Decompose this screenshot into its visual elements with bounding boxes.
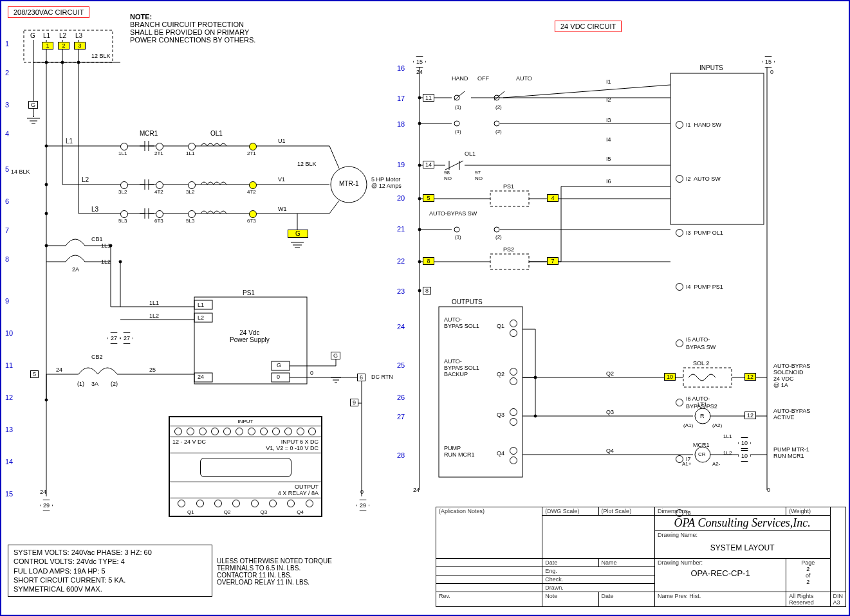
sol2-label: SOL 2 [693, 360, 709, 367]
inputs-list: I1 HAND SW I2 AUTO SW I3 PUMP OL1 I4 PUM… [676, 80, 723, 540]
row-23: 23 [397, 287, 405, 295]
sw17-1: (1) [455, 104, 461, 110]
row-7: 7 [5, 226, 9, 234]
ac-circuit-label: 208/230VAC CIRCUIT [8, 6, 89, 18]
term-o3 [188, 210, 196, 218]
out-q1: Q1 [497, 323, 504, 329]
sw21-1: (1) [455, 234, 461, 240]
ytag-7: 7 [547, 257, 559, 265]
svg-line-81 [503, 85, 670, 98]
inputs-header: INPUTS [699, 64, 723, 71]
term-o1 [188, 143, 196, 150]
t98: 98 NO [444, 170, 452, 181]
svg-point-18 [45, 212, 48, 215]
row-26: 26 [397, 394, 405, 401]
phase-g: G [30, 32, 35, 39]
row-17: 17 [397, 95, 405, 102]
phase-tag-1: 1 [42, 42, 53, 50]
wire-i6: I6 [606, 178, 611, 185]
t97: 97 NO [475, 170, 483, 181]
sw17-2: (2) [495, 104, 502, 110]
wire-12blk-m: 12 BLK [297, 161, 317, 167]
lt1-a1: (A1) [683, 422, 693, 428]
term-6t3 [156, 210, 163, 218]
row-1: 1 [5, 40, 9, 48]
wire-i1: I1 [606, 78, 611, 85]
out-q4-name: PUMP RUN MCR1 [444, 445, 475, 458]
plc-indesc: INPUT 6 X DC V1, V2 = 0 -10 V DC [266, 439, 319, 451]
wire-i2: I2 [606, 96, 611, 103]
svg-line-36 [329, 146, 339, 168]
ytag-8: 8 [423, 257, 434, 265]
wire-i5: I5 [606, 156, 611, 162]
row-19: 19 [397, 161, 405, 168]
row-28: 28 [397, 451, 405, 459]
row-10: 10 [5, 329, 13, 337]
term-3l2 [120, 181, 128, 189]
wire-i3: I3 [606, 117, 611, 123]
line-l1: L1 [66, 138, 73, 145]
svg-rect-95 [490, 191, 529, 206]
outputs-header: OUTPUTS [452, 298, 483, 305]
phase-l2: L2 [59, 32, 66, 39]
wire-i4: I4 [606, 136, 611, 143]
svg-point-100 [494, 227, 499, 232]
cr-label: CR [698, 451, 706, 457]
ps1-desc: 24 Vdc Power Supply [230, 329, 270, 343]
row-8: 8 [5, 255, 9, 263]
ytag-4: 4 [547, 194, 559, 202]
row-16: 16 [397, 64, 405, 72]
phase-tag-2: 2 [58, 42, 69, 50]
cb2-n2: (2) [111, 381, 118, 387]
out-q2-name: AUTO- BYPAS SOL1 BACKUP [444, 358, 479, 377]
w24-bot: 24 [40, 489, 46, 495]
sw18-2: (2) [495, 129, 502, 134]
plc-module: INPUT 12 - 24 V DC INPUT 6 X DC V1, V2 =… [169, 416, 322, 517]
row-4: 4 [5, 130, 9, 138]
lbl-3l2: 3L2 [118, 189, 127, 195]
ps1-0: 0 [277, 374, 280, 380]
row-25: 25 [397, 361, 405, 369]
cb1-amps: 2A [72, 266, 79, 273]
row-22: 22 [397, 257, 405, 265]
lbl-5l3b: 5L3 [186, 218, 194, 224]
motor-label: MTR-1 [339, 180, 359, 187]
a2m: A2- [712, 461, 720, 467]
motor-desc: 5 HP Motor @ 12 Amps [371, 176, 402, 189]
lbl-6t3: 6T3 [247, 218, 256, 224]
tag-5: 5 [30, 370, 39, 378]
dc-bot-24: 24 [413, 487, 420, 493]
svg-point-87 [454, 121, 459, 126]
mcr1-coil: MCR1 [693, 442, 710, 448]
tag-8: 8 [423, 287, 431, 294]
ps1-label: PS1 [243, 289, 255, 296]
out-q1-name: AUTO- BYPAS SOL1 [444, 316, 479, 329]
row-9: 9 [5, 297, 9, 305]
ps1-ext-g: G [331, 352, 340, 359]
svg-point-49 [119, 260, 122, 263]
drawing-page: 208/230VAC CIRCUIT 24 VDC CIRCUIT NOTE:B… [0, 0, 850, 616]
tag-6: 6 [357, 374, 365, 381]
dc-24: 24 [416, 69, 423, 75]
out-q3: Q3 [497, 412, 504, 418]
row-13: 13 [5, 426, 13, 433]
q3-desc: AUTO-BYPAS ACTIVE [773, 408, 810, 421]
ps1-g: G [277, 362, 281, 368]
tag-12: 12 [744, 412, 756, 419]
sw-hand: HAND [452, 75, 468, 82]
lt1-label: LT1 [698, 401, 707, 408]
sw18-1: (1) [455, 129, 461, 134]
ps1-dc: PS1 [503, 183, 514, 190]
lbl-2t1: 2T1 [247, 150, 256, 156]
a1p: A1+ [682, 461, 691, 467]
cb1-1l2: 1L2 [101, 258, 111, 265]
svg-line-37 [329, 201, 339, 213]
sw-off: OFF [477, 75, 489, 82]
lbl-3l2b: 3L2 [186, 189, 194, 195]
sw-auto: AUTO [516, 75, 532, 82]
ytag-12: 12 [744, 373, 756, 381]
plc-outdesc: OUTPUT 4 X RELAY / 8A [170, 482, 321, 498]
row-14: 14 [5, 458, 13, 466]
mcr1-label: MCR1 [140, 130, 158, 137]
ps1-l1: L1 [198, 302, 204, 308]
